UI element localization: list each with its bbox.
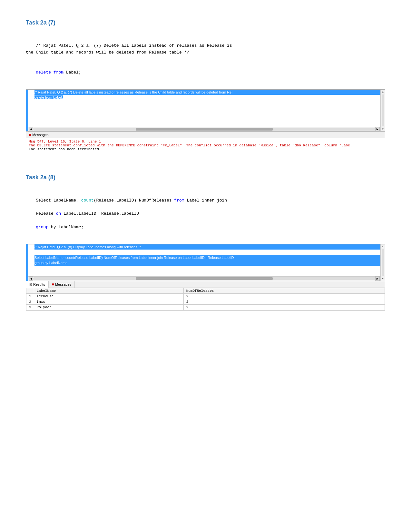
editor-blank8b xyxy=(34,266,380,271)
scroll-thumb-7 xyxy=(136,128,272,131)
scroll-right-8[interactable]: ▶ xyxy=(375,276,380,281)
sql-editor-8: /* Rajat Patel. Q 2 a. (8) Display Label… xyxy=(26,244,385,281)
sql-editor-7: /* Rajat Patel. Q 2 a. (7) Delete all la… xyxy=(26,89,385,132)
inner-join-kw: inner join xyxy=(202,198,227,203)
scroll-up-7[interactable]: ▲ xyxy=(382,90,384,93)
editor-line1-7: /* Rajat Patel. Q 2 a. (7) Delete all la… xyxy=(34,90,380,95)
results-body-8: LabelName NumOfReleases 1 IceHouse 2 2 I… xyxy=(26,288,385,310)
release-text: Release xyxy=(36,211,56,216)
messages-tab-icon-8: ■ xyxy=(52,282,54,287)
scroll-right-bar-8[interactable]: ▲ ▼ xyxy=(380,244,385,281)
label-text: Label; xyxy=(64,70,81,75)
editor-content-8: /* Rajat Patel. Q 2 a. (8) Display Label… xyxy=(28,244,380,276)
scroll-vert-track-7 xyxy=(382,94,384,127)
header-numreleases: NumOfReleases xyxy=(183,288,385,293)
scroll-thumb-8 xyxy=(136,277,272,280)
msg-line3-7: The statement has been terminated. xyxy=(29,147,382,151)
editor-with-bar-8: /* Rajat Patel. Q 2 a. (8) Display Label… xyxy=(26,244,385,281)
results-grid-icon: ▩ xyxy=(29,282,32,286)
results-panel-8: ▩ Results ■ Messages LabelName NumOfRele… xyxy=(26,281,385,310)
scroll-vert-track-8 xyxy=(382,249,384,276)
header-labelname: LabelName xyxy=(34,288,183,293)
label-text-8: Label xyxy=(184,198,202,203)
row-num-cell: 3 xyxy=(26,304,34,310)
editor-blank3-7 xyxy=(34,111,380,116)
task-2a-7-comment: /* Rajat Patel. Q 2 a. (7) Delete all la… xyxy=(26,43,232,55)
scroll-left-8[interactable]: ◀ xyxy=(29,276,33,281)
msg-line1-7: Msg 547, Level 16, State 0, Line 1 xyxy=(29,140,382,143)
from-kw-8: from xyxy=(174,198,184,203)
count-args: (Release.LabelID) NumOfReleases xyxy=(94,198,174,203)
group-by-text: by LabelName; xyxy=(48,225,83,230)
messages-tab-label-7: Messages xyxy=(32,133,48,137)
results-tabs-8: ▩ Results ■ Messages xyxy=(26,281,385,288)
editor-line2-8: Select LabelName, count(Release.LabelID)… xyxy=(34,255,380,261)
messages-tab-label-8: Messages xyxy=(55,282,71,286)
scroll-left-7[interactable]: ◀ xyxy=(29,127,33,132)
row-num-cell: 1 xyxy=(26,293,34,299)
messages-body-7: Msg 547, Level 16, State 0, Line 1 The D… xyxy=(26,138,385,158)
editor-blank8c xyxy=(34,271,380,276)
scrollbar-h-8[interactable]: ◀ ▶ xyxy=(28,276,380,281)
editor-blank1-7 xyxy=(34,100,380,106)
results-header-row: LabelName NumOfReleases xyxy=(26,288,385,293)
editor-blank5-7 xyxy=(34,122,380,127)
task-2a-8-title: Task 2a (8) xyxy=(26,174,385,181)
tab-results-8[interactable]: ▩ Results xyxy=(26,281,49,288)
results-table-8: LabelName NumOfReleases 1 IceHouse 2 2 I… xyxy=(26,288,385,310)
on-kw: on xyxy=(56,211,61,216)
scroll-right-7[interactable]: ▶ xyxy=(375,127,380,132)
scroll-right-bar-7[interactable]: ▲ ▼ xyxy=(380,90,385,132)
join-condition: Label.LabelID =Release.LabelID xyxy=(61,211,139,216)
select-keyword: Select xyxy=(36,198,54,203)
scrollbar-h-7[interactable]: ◀ ▶ xyxy=(28,127,380,131)
editor-blank2-7 xyxy=(34,105,380,111)
num-releases-cell: 2 xyxy=(183,304,385,310)
delete-keyword: delete xyxy=(36,70,51,75)
messages-icon-7: ■ xyxy=(29,133,31,137)
editor-line3-8: group by LabelName; xyxy=(34,260,380,266)
messages-panel-7: ■ Messages Msg 547, Level 16, State 0, L… xyxy=(26,132,385,158)
scroll-down-7[interactable]: ▼ xyxy=(382,128,384,131)
count-keyword: count xyxy=(81,198,94,203)
editor-with-bar-7: /* Rajat Patel. Q 2 a. (7) Delete all la… xyxy=(26,90,385,132)
header-rownum xyxy=(26,288,34,293)
scroll-up-8[interactable]: ▲ xyxy=(382,245,384,248)
msg-line2-7: The DELETE statement conflicted with the… xyxy=(29,143,382,147)
scroll-track-7 xyxy=(33,128,375,131)
label-name-cell: IceHouse xyxy=(34,293,183,299)
table-row: 1 IceHouse 2 xyxy=(26,293,385,299)
editor-inner-8: /* Rajat Patel. Q 2 a. (8) Display Label… xyxy=(28,244,380,281)
scroll-down-8[interactable]: ▼ xyxy=(382,277,384,280)
table-row: 2 Inxs 2 xyxy=(26,299,385,304)
results-tab-label: Results xyxy=(33,282,45,286)
editor-comment-8: /* Rajat Patel. Q 2 a. (8) Display Label… xyxy=(34,244,380,250)
from-keyword: from xyxy=(54,70,64,75)
editor-blank8a xyxy=(34,250,380,255)
editor-blank4-7 xyxy=(34,116,380,122)
row-num-cell: 2 xyxy=(26,299,34,304)
messages-tab-7[interactable]: ■ Messages xyxy=(26,132,385,138)
table-row: 3 Polydor 2 xyxy=(26,304,385,310)
scroll-track-8 xyxy=(33,277,375,280)
task-2a-7-code: /* Rajat Patel. Q 2 a. (7) Delete all la… xyxy=(26,36,385,83)
task-2a-8-section: Task 2a (8) Select LabelName, count(Rele… xyxy=(26,174,385,310)
num-releases-cell: 2 xyxy=(183,299,385,304)
num-releases-cell: 2 xyxy=(183,293,385,299)
tab-messages-8[interactable]: ■ Messages xyxy=(49,281,75,288)
label-name-cell: Polydor xyxy=(34,304,183,310)
task-2a-7-title: Task 2a (7) xyxy=(26,19,385,26)
task-2a-8-code: Select LabelName, count(Release.LabelID)… xyxy=(26,191,385,238)
editor-inner-7: /* Rajat Patel. Q 2 a. (7) Delete all la… xyxy=(28,90,380,132)
task-2a-7-section: Task 2a (7) /* Rajat Patel. Q 2 a. (7) D… xyxy=(26,19,385,158)
editor-line2-7: delete from Label; xyxy=(34,95,63,99)
editor-content-7: /* Rajat Patel. Q 2 a. (7) Delete all la… xyxy=(28,90,380,127)
label-name-cell: Inxs xyxy=(34,299,183,304)
labelname-text: LabelName, xyxy=(54,198,81,203)
group-kw: group xyxy=(36,225,48,230)
